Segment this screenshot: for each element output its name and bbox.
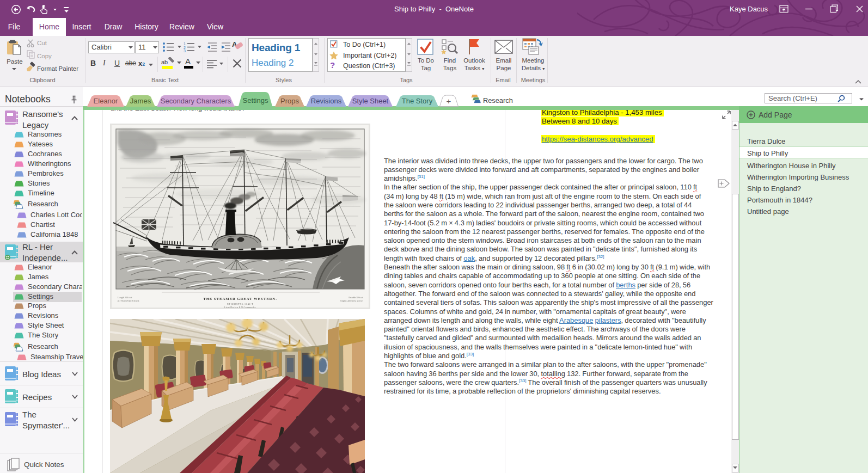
svg-text:Revisions: Revisions xyxy=(311,97,342,105)
svg-text:Engine 450 horse power: Engine 450 horse power xyxy=(340,299,363,302)
svg-text:Props: Props xyxy=(280,97,299,105)
svg-text:Lieut Hosken R N Commander: Lieut Hosken R N Commander xyxy=(224,306,256,309)
svg-text:Secondary Characters: Secondary Characters xyxy=(161,97,231,105)
svg-text:Length 236 feet: Length 236 feet xyxy=(118,296,132,299)
svg-text:Breadth 59 feet: Breadth 59 feet xyxy=(349,296,363,299)
svg-text:Settings: Settings xyxy=(243,96,268,105)
svg-text:Eleanor: Eleanor xyxy=(94,97,118,105)
svg-text:Research: Research xyxy=(483,96,513,105)
svg-text:3: 3 xyxy=(184,49,186,52)
svg-text:The Story: The Story xyxy=(402,97,433,105)
svg-text:ab: ab xyxy=(161,59,168,65)
svg-text:+: + xyxy=(447,96,451,106)
svg-text:1: 1 xyxy=(184,42,186,46)
svg-text:James: James xyxy=(130,97,151,105)
svg-text:per Steam-trip 16 knots: per Steam-trip 16 knots xyxy=(118,299,139,302)
svg-text:OF BRISTOL 1340 T: OF BRISTOL 1340 T xyxy=(227,303,254,305)
svg-text:Style Sheet: Style Sheet xyxy=(352,97,389,105)
svg-text:THE STEAMER GREAT WESTERN.: THE STEAMER GREAT WESTERN. xyxy=(203,297,277,300)
